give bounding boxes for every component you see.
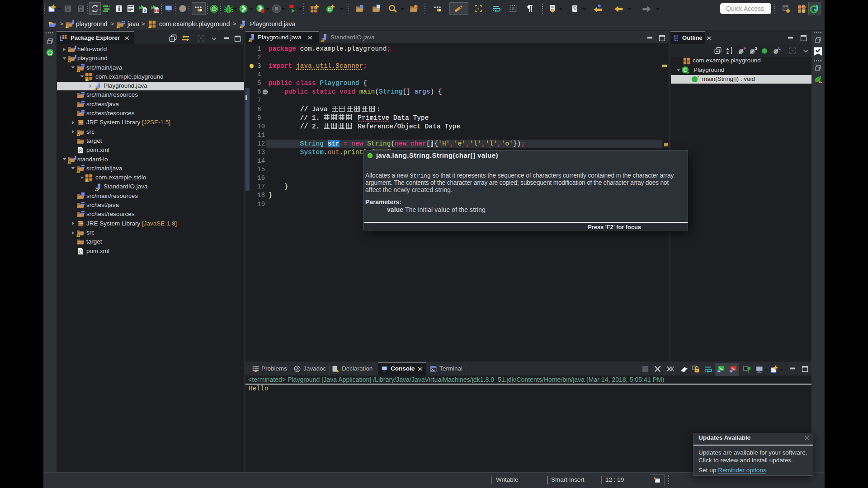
svg-text:S: S bbox=[143, 8, 146, 13]
svg-text:P: P bbox=[79, 249, 82, 253]
svg-text:EE: EE bbox=[154, 9, 158, 13]
svg-text:S: S bbox=[698, 75, 699, 79]
svg-text:P: P bbox=[79, 149, 82, 153]
svg-text:F: F bbox=[744, 47, 746, 51]
svg-text:L: L bbox=[778, 47, 781, 51]
svg-text:C: C bbox=[684, 67, 687, 73]
svg-text:@: @ bbox=[295, 366, 299, 371]
svg-text:S: S bbox=[755, 47, 757, 51]
svg-text:Z: Z bbox=[726, 51, 729, 55]
